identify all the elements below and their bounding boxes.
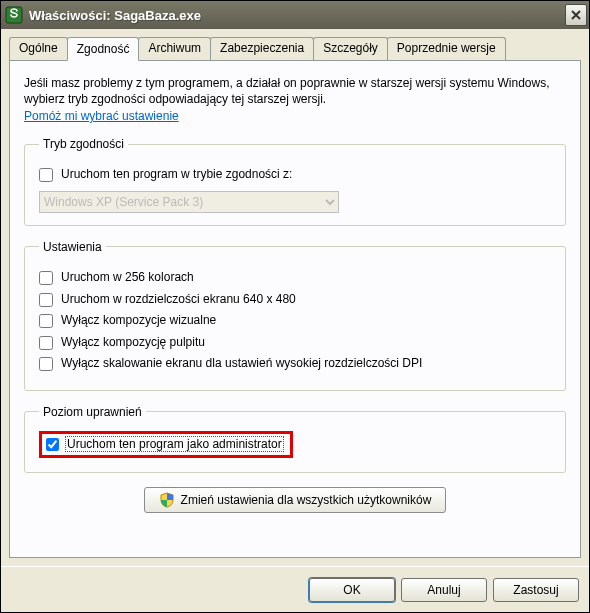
compat-mode-checkbox[interactable] [39, 168, 53, 182]
tab-archive[interactable]: Archiwum [138, 37, 211, 60]
disable-dpi-checkbox[interactable] [39, 357, 53, 371]
close-icon [570, 9, 582, 21]
help-link[interactable]: Pomóż mi wybrać ustawienie [24, 109, 179, 123]
compat-mode-label: Uruchom ten program w trybie zgodności z… [61, 167, 292, 183]
change-all-users-button[interactable]: Zmień ustawienia dla wszystkich użytkown… [144, 487, 447, 513]
compat-mode-group: Tryb zgodności Uruchom ten program w try… [24, 137, 566, 226]
res-640-label: Uruchom w rozdzielczości ekranu 640 x 48… [61, 292, 296, 308]
tab-previous-versions[interactable]: Poprzednie wersje [387, 37, 506, 60]
tab-security[interactable]: Zabezpieczenia [210, 37, 314, 60]
run-as-admin-checkbox[interactable] [46, 438, 59, 451]
cancel-button[interactable]: Anuluj [401, 578, 487, 602]
tab-details[interactable]: Szczegóły [313, 37, 388, 60]
privilege-legend: Poziom uprawnień [39, 405, 146, 419]
ok-button[interactable]: OK [309, 578, 395, 602]
properties-dialog: Właściwości: SagaBaza.exe Ogólne Zgodnoś… [0, 0, 590, 613]
app-icon [5, 6, 23, 24]
compat-mode-legend: Tryb zgodności [39, 137, 128, 151]
colors-256-label: Uruchom w 256 kolorach [61, 270, 194, 286]
settings-legend: Ustawienia [39, 240, 106, 254]
titlebar: Właściwości: SagaBaza.exe [1, 1, 589, 29]
shield-icon [159, 492, 175, 508]
tab-compatibility[interactable]: Zgodność [67, 37, 140, 61]
content-area: Ogólne Zgodność Archiwum Zabezpieczenia … [1, 29, 589, 566]
colors-256-checkbox[interactable] [39, 271, 53, 285]
tab-strip: Ogólne Zgodność Archiwum Zabezpieczenia … [9, 37, 581, 60]
window-title: Właściwości: SagaBaza.exe [29, 8, 565, 23]
disable-visual-label: Wyłącz kompozycje wizualne [61, 313, 216, 329]
run-as-admin-label: Uruchom ten program jako administrator [65, 436, 284, 452]
compatibility-panel: Jeśli masz problemy z tym programem, a d… [9, 60, 581, 558]
close-button[interactable] [565, 4, 587, 26]
dialog-button-bar: OK Anuluj Zastosuj [1, 566, 589, 612]
compat-mode-select[interactable]: Windows XP (Service Pack 3) [39, 191, 339, 213]
res-640-checkbox[interactable] [39, 293, 53, 307]
settings-group: Ustawienia Uruchom w 256 kolorach Urucho… [24, 240, 566, 391]
disable-desktop-checkbox[interactable] [39, 336, 53, 350]
apply-button[interactable]: Zastosuj [493, 578, 579, 602]
run-as-admin-highlight: Uruchom ten program jako administrator [39, 431, 293, 458]
disable-visual-checkbox[interactable] [39, 314, 53, 328]
privilege-group: Poziom uprawnień Uruchom ten program jak… [24, 405, 566, 473]
intro-text: Jeśli masz problemy z tym programem, a d… [24, 75, 566, 107]
disable-desktop-label: Wyłącz kompozycję pulpitu [61, 335, 205, 351]
disable-dpi-label: Wyłącz skalowanie ekranu dla ustawień wy… [61, 356, 422, 372]
change-all-users-label: Zmień ustawienia dla wszystkich użytkown… [181, 493, 432, 507]
tab-general[interactable]: Ogólne [9, 37, 68, 60]
